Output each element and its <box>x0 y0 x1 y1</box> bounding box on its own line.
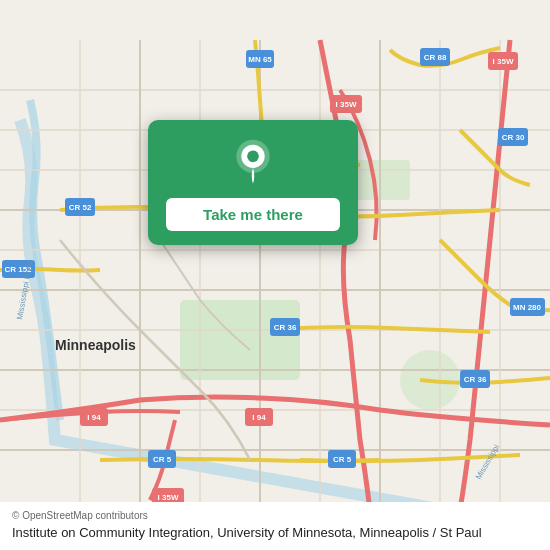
svg-text:CR 52: CR 52 <box>69 203 92 212</box>
take-me-there-button[interactable]: Take me there <box>166 198 340 231</box>
svg-text:CR 36: CR 36 <box>274 323 297 332</box>
map-svg: I 35W I 35W MN 65 CR 88 CR 66 CR 52 CR 5… <box>0 0 550 550</box>
map-attribution: © OpenStreetMap contributors <box>12 510 538 521</box>
svg-text:I 35W: I 35W <box>493 57 514 66</box>
bottom-bar: © OpenStreetMap contributors Institute o… <box>0 502 550 550</box>
location-title: Institute on Community Integration, Univ… <box>12 525 538 540</box>
svg-text:Minneapolis: Minneapolis <box>55 337 136 353</box>
svg-text:I 35W: I 35W <box>336 100 357 109</box>
svg-text:CR 5: CR 5 <box>153 455 172 464</box>
location-pin-icon <box>228 138 278 188</box>
svg-text:I 94: I 94 <box>87 413 101 422</box>
map-container: I 35W I 35W MN 65 CR 88 CR 66 CR 52 CR 5… <box>0 0 550 550</box>
svg-text:CR 5: CR 5 <box>333 455 352 464</box>
svg-text:I 94: I 94 <box>252 413 266 422</box>
popup-card: Take me there <box>148 120 358 245</box>
svg-point-60 <box>247 151 259 163</box>
svg-text:MN 280: MN 280 <box>513 303 542 312</box>
svg-text:I 35W: I 35W <box>158 493 179 502</box>
svg-rect-0 <box>180 300 300 380</box>
svg-text:Mississippi: Mississippi <box>474 443 501 481</box>
svg-text:CR 88: CR 88 <box>424 53 447 62</box>
svg-text:CR 36: CR 36 <box>464 375 487 384</box>
svg-text:MN 65: MN 65 <box>248 55 272 64</box>
svg-text:CR 30: CR 30 <box>502 133 525 142</box>
